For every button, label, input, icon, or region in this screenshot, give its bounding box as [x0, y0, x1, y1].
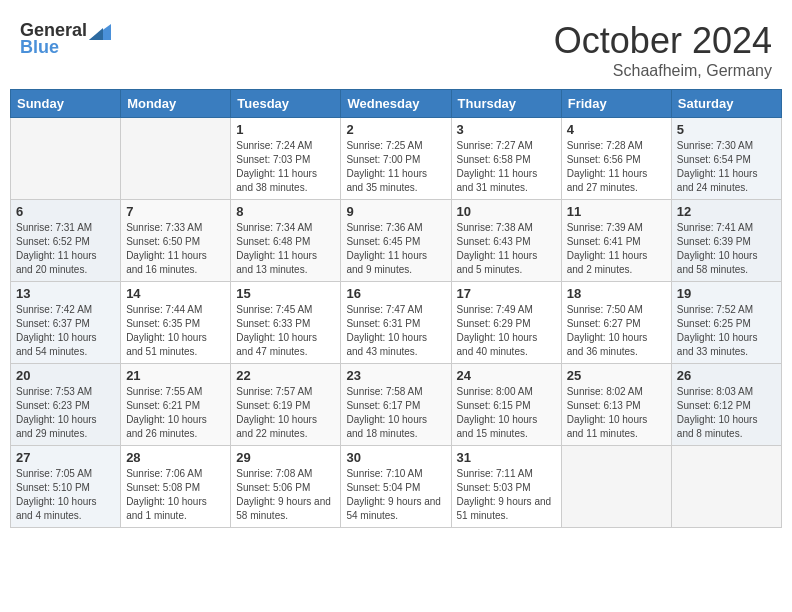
day-number: 15	[236, 286, 335, 301]
day-number: 18	[567, 286, 666, 301]
day-info: Sunrise: 7:57 AMSunset: 6:19 PMDaylight:…	[236, 385, 335, 441]
day-info: Sunrise: 7:25 AMSunset: 7:00 PMDaylight:…	[346, 139, 445, 195]
location-subtitle: Schaafheim, Germany	[554, 62, 772, 80]
calendar-week-row: 1Sunrise: 7:24 AMSunset: 7:03 PMDaylight…	[11, 118, 782, 200]
day-number: 24	[457, 368, 556, 383]
month-title: October 2024	[554, 20, 772, 62]
day-info: Sunrise: 7:50 AMSunset: 6:27 PMDaylight:…	[567, 303, 666, 359]
calendar-week-row: 6Sunrise: 7:31 AMSunset: 6:52 PMDaylight…	[11, 200, 782, 282]
calendar-day-cell: 15Sunrise: 7:45 AMSunset: 6:33 PMDayligh…	[231, 282, 341, 364]
day-info: Sunrise: 7:42 AMSunset: 6:37 PMDaylight:…	[16, 303, 115, 359]
calendar-empty-cell	[11, 118, 121, 200]
day-number: 25	[567, 368, 666, 383]
day-info: Sunrise: 7:06 AMSunset: 5:08 PMDaylight:…	[126, 467, 225, 523]
day-number: 4	[567, 122, 666, 137]
day-info: Sunrise: 7:38 AMSunset: 6:43 PMDaylight:…	[457, 221, 556, 277]
calendar-day-cell: 27Sunrise: 7:05 AMSunset: 5:10 PMDayligh…	[11, 446, 121, 528]
calendar-empty-cell	[671, 446, 781, 528]
calendar-day-cell: 13Sunrise: 7:42 AMSunset: 6:37 PMDayligh…	[11, 282, 121, 364]
day-number: 26	[677, 368, 776, 383]
day-info: Sunrise: 7:39 AMSunset: 6:41 PMDaylight:…	[567, 221, 666, 277]
day-number: 21	[126, 368, 225, 383]
day-info: Sunrise: 7:55 AMSunset: 6:21 PMDaylight:…	[126, 385, 225, 441]
weekday-header: Friday	[561, 90, 671, 118]
day-number: 12	[677, 204, 776, 219]
day-info: Sunrise: 7:30 AMSunset: 6:54 PMDaylight:…	[677, 139, 776, 195]
day-number: 1	[236, 122, 335, 137]
day-number: 23	[346, 368, 445, 383]
calendar-day-cell: 28Sunrise: 7:06 AMSunset: 5:08 PMDayligh…	[121, 446, 231, 528]
calendar-day-cell: 3Sunrise: 7:27 AMSunset: 6:58 PMDaylight…	[451, 118, 561, 200]
day-info: Sunrise: 8:03 AMSunset: 6:12 PMDaylight:…	[677, 385, 776, 441]
weekday-header: Tuesday	[231, 90, 341, 118]
calendar-day-cell: 29Sunrise: 7:08 AMSunset: 5:06 PMDayligh…	[231, 446, 341, 528]
calendar-day-cell: 16Sunrise: 7:47 AMSunset: 6:31 PMDayligh…	[341, 282, 451, 364]
calendar-day-cell: 5Sunrise: 7:30 AMSunset: 6:54 PMDaylight…	[671, 118, 781, 200]
day-number: 14	[126, 286, 225, 301]
day-info: Sunrise: 7:58 AMSunset: 6:17 PMDaylight:…	[346, 385, 445, 441]
weekday-header: Monday	[121, 90, 231, 118]
day-number: 6	[16, 204, 115, 219]
logo: General Blue	[20, 20, 111, 58]
calendar-day-cell: 26Sunrise: 8:03 AMSunset: 6:12 PMDayligh…	[671, 364, 781, 446]
page-header: General Blue October 2024 Schaafheim, Ge…	[10, 10, 782, 85]
day-info: Sunrise: 7:44 AMSunset: 6:35 PMDaylight:…	[126, 303, 225, 359]
day-number: 13	[16, 286, 115, 301]
day-number: 20	[16, 368, 115, 383]
day-info: Sunrise: 7:27 AMSunset: 6:58 PMDaylight:…	[457, 139, 556, 195]
day-info: Sunrise: 7:47 AMSunset: 6:31 PMDaylight:…	[346, 303, 445, 359]
calendar-day-cell: 30Sunrise: 7:10 AMSunset: 5:04 PMDayligh…	[341, 446, 451, 528]
day-info: Sunrise: 7:52 AMSunset: 6:25 PMDaylight:…	[677, 303, 776, 359]
title-block: October 2024 Schaafheim, Germany	[554, 20, 772, 80]
calendar-day-cell: 12Sunrise: 7:41 AMSunset: 6:39 PMDayligh…	[671, 200, 781, 282]
day-info: Sunrise: 7:08 AMSunset: 5:06 PMDaylight:…	[236, 467, 335, 523]
day-info: Sunrise: 7:34 AMSunset: 6:48 PMDaylight:…	[236, 221, 335, 277]
calendar-week-row: 20Sunrise: 7:53 AMSunset: 6:23 PMDayligh…	[11, 364, 782, 446]
day-number: 17	[457, 286, 556, 301]
calendar-day-cell: 6Sunrise: 7:31 AMSunset: 6:52 PMDaylight…	[11, 200, 121, 282]
day-number: 3	[457, 122, 556, 137]
day-number: 30	[346, 450, 445, 465]
calendar-day-cell: 14Sunrise: 7:44 AMSunset: 6:35 PMDayligh…	[121, 282, 231, 364]
day-info: Sunrise: 7:49 AMSunset: 6:29 PMDaylight:…	[457, 303, 556, 359]
day-number: 28	[126, 450, 225, 465]
day-info: Sunrise: 7:31 AMSunset: 6:52 PMDaylight:…	[16, 221, 115, 277]
calendar-day-cell: 22Sunrise: 7:57 AMSunset: 6:19 PMDayligh…	[231, 364, 341, 446]
day-number: 31	[457, 450, 556, 465]
day-number: 9	[346, 204, 445, 219]
calendar-week-row: 13Sunrise: 7:42 AMSunset: 6:37 PMDayligh…	[11, 282, 782, 364]
day-number: 16	[346, 286, 445, 301]
calendar-day-cell: 9Sunrise: 7:36 AMSunset: 6:45 PMDaylight…	[341, 200, 451, 282]
day-info: Sunrise: 7:10 AMSunset: 5:04 PMDaylight:…	[346, 467, 445, 523]
day-info: Sunrise: 7:05 AMSunset: 5:10 PMDaylight:…	[16, 467, 115, 523]
calendar-week-row: 27Sunrise: 7:05 AMSunset: 5:10 PMDayligh…	[11, 446, 782, 528]
day-info: Sunrise: 7:36 AMSunset: 6:45 PMDaylight:…	[346, 221, 445, 277]
logo-blue: Blue	[20, 37, 59, 58]
day-info: Sunrise: 7:45 AMSunset: 6:33 PMDaylight:…	[236, 303, 335, 359]
day-info: Sunrise: 7:24 AMSunset: 7:03 PMDaylight:…	[236, 139, 335, 195]
calendar-empty-cell	[121, 118, 231, 200]
day-number: 2	[346, 122, 445, 137]
day-info: Sunrise: 8:00 AMSunset: 6:15 PMDaylight:…	[457, 385, 556, 441]
calendar-day-cell: 17Sunrise: 7:49 AMSunset: 6:29 PMDayligh…	[451, 282, 561, 364]
svg-marker-1	[89, 28, 103, 40]
calendar-day-cell: 18Sunrise: 7:50 AMSunset: 6:27 PMDayligh…	[561, 282, 671, 364]
calendar-day-cell: 11Sunrise: 7:39 AMSunset: 6:41 PMDayligh…	[561, 200, 671, 282]
day-number: 8	[236, 204, 335, 219]
day-number: 11	[567, 204, 666, 219]
day-info: Sunrise: 7:28 AMSunset: 6:56 PMDaylight:…	[567, 139, 666, 195]
calendar-day-cell: 1Sunrise: 7:24 AMSunset: 7:03 PMDaylight…	[231, 118, 341, 200]
calendar-day-cell: 7Sunrise: 7:33 AMSunset: 6:50 PMDaylight…	[121, 200, 231, 282]
day-number: 22	[236, 368, 335, 383]
day-number: 29	[236, 450, 335, 465]
calendar-day-cell: 24Sunrise: 8:00 AMSunset: 6:15 PMDayligh…	[451, 364, 561, 446]
calendar-empty-cell	[561, 446, 671, 528]
day-number: 19	[677, 286, 776, 301]
calendar-day-cell: 19Sunrise: 7:52 AMSunset: 6:25 PMDayligh…	[671, 282, 781, 364]
day-number: 27	[16, 450, 115, 465]
calendar-day-cell: 25Sunrise: 8:02 AMSunset: 6:13 PMDayligh…	[561, 364, 671, 446]
calendar-day-cell: 20Sunrise: 7:53 AMSunset: 6:23 PMDayligh…	[11, 364, 121, 446]
calendar-day-cell: 23Sunrise: 7:58 AMSunset: 6:17 PMDayligh…	[341, 364, 451, 446]
logo-icon	[89, 24, 111, 40]
weekday-header-row: SundayMondayTuesdayWednesdayThursdayFrid…	[11, 90, 782, 118]
